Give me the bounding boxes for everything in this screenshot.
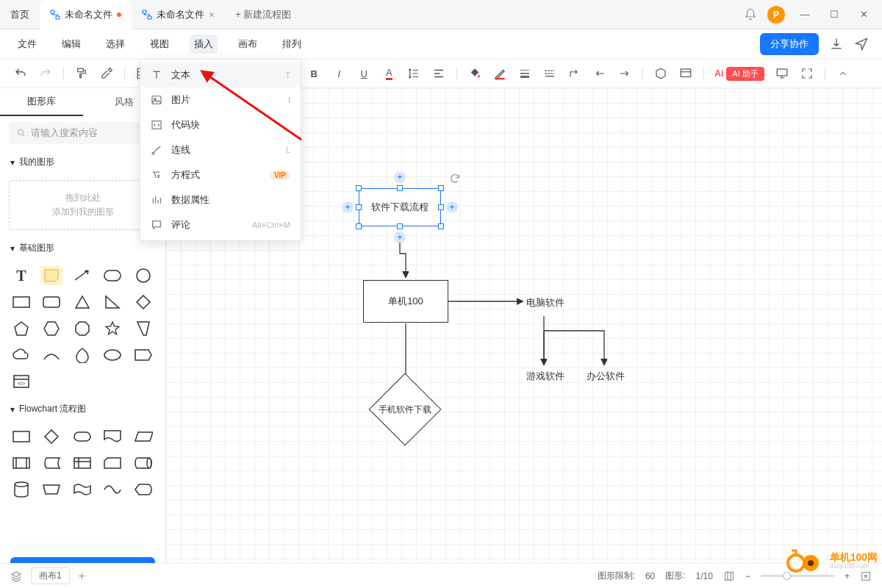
shape-diamond[interactable] [132, 293, 154, 312]
stroke-color-icon[interactable] [492, 66, 507, 81]
shape-fc-tape[interactable] [71, 480, 93, 499]
shape-fc-document[interactable] [101, 427, 123, 446]
zoom-slider[interactable] [761, 575, 834, 577]
shape-text[interactable]: T [10, 266, 32, 285]
text-color-icon[interactable]: A [381, 66, 396, 81]
layers-icon[interactable] [10, 570, 22, 582]
node-pc-label[interactable]: 电脑软件 [526, 296, 564, 309]
tab-new[interactable]: + 新建流程图 [225, 0, 301, 29]
shape-octagon[interactable] [71, 319, 93, 338]
menu-insert[interactable]: 插入 [190, 35, 218, 54]
add-handle-bottom[interactable]: + [394, 232, 406, 243]
sidebar-tab-shapes[interactable]: 图形库 [0, 88, 83, 116]
shape-cloud[interactable] [10, 345, 32, 365]
shape-fc-card[interactable] [101, 453, 123, 473]
add-handle-left[interactable]: + [342, 201, 354, 213]
shape-fc-decision[interactable] [40, 427, 62, 446]
shape-arrow[interactable] [71, 266, 93, 285]
shape-fc-stored[interactable] [40, 453, 62, 473]
add-handle-right[interactable]: + [446, 201, 458, 213]
dropdown-item-equation[interactable]: 方程式VIP [140, 162, 301, 187]
maximize-button[interactable]: ☐ [825, 9, 844, 20]
close-window-button[interactable]: ✕ [854, 9, 873, 20]
shape-html[interactable]: </> [10, 372, 32, 391]
tab-file-2[interactable]: 未命名文件 × [132, 0, 225, 29]
avatar[interactable]: P [767, 6, 785, 24]
menu-canvas[interactable]: 画布 [234, 35, 262, 54]
send-icon[interactable] [854, 37, 869, 51]
rotate-handle-icon[interactable] [449, 173, 461, 184]
node-office-label[interactable]: 办公软件 [587, 370, 625, 383]
section-basic-shapes[interactable]: ▾基础图形 [10, 242, 155, 254]
menu-edit[interactable]: 编辑 [57, 35, 85, 54]
dropdown-item-comment[interactable]: 评论Alt+Ctrl+M [140, 212, 301, 237]
undo-icon[interactable] [13, 66, 28, 81]
share-button[interactable]: 分享协作 [760, 33, 819, 55]
zoom-out-button[interactable]: − [745, 571, 750, 581]
shape-arc[interactable] [40, 345, 62, 365]
shape-fc-predef[interactable] [10, 453, 32, 473]
shape-roundrect2[interactable] [40, 293, 62, 312]
theme-icon[interactable] [653, 66, 668, 81]
drop-zone[interactable]: 拖到此处 添加到我的图形 [9, 180, 157, 230]
shape-circle[interactable] [132, 266, 154, 285]
shape-display[interactable] [132, 345, 154, 365]
shape-pentagon[interactable] [10, 319, 32, 338]
node-title[interactable]: 软件下载流程 + + + + [359, 188, 441, 226]
shape-fc-manual[interactable] [40, 480, 62, 499]
tab-file-1[interactable]: 未命名文件 [40, 0, 132, 29]
shape-roundrect[interactable] [101, 266, 123, 285]
minimap-icon[interactable] [723, 570, 735, 582]
shape-shield[interactable] [132, 319, 154, 338]
ai-assistant-button[interactable]: Ai AI 助手 [714, 67, 764, 81]
line-height-icon[interactable] [406, 66, 421, 81]
italic-icon[interactable]: I [331, 66, 346, 81]
tab-home[interactable]: 首页 [0, 0, 40, 29]
node-game-label[interactable]: 游戏软件 [526, 370, 564, 383]
shape-triangle[interactable] [71, 293, 93, 312]
search-input[interactable]: 请输入搜索内容 [9, 122, 157, 144]
fill-color-icon[interactable] [467, 66, 482, 81]
arrow-start-icon[interactable] [592, 66, 607, 81]
bell-icon[interactable] [744, 8, 757, 21]
dropdown-item-line[interactable]: 连线L [140, 137, 301, 162]
line-width-icon[interactable] [517, 66, 532, 81]
dropdown-item-code[interactable]: 代码块 [140, 112, 301, 137]
shape-fc-display[interactable] [132, 480, 154, 499]
connector-icon[interactable] [567, 66, 582, 81]
menu-file[interactable]: 文件 [13, 35, 41, 54]
fullscreen-icon[interactable] [800, 66, 814, 81]
node-danji[interactable]: 单机100 [363, 280, 448, 323]
redo-icon[interactable] [38, 66, 53, 81]
menu-arrange[interactable]: 排列 [278, 35, 306, 54]
shape-star[interactable] [101, 319, 123, 338]
shape-fc-wave[interactable] [101, 480, 123, 499]
chevron-up-icon[interactable] [836, 66, 850, 81]
shape-hexagon[interactable] [40, 319, 62, 338]
page-selector[interactable]: 画布1 [31, 567, 70, 584]
menu-select[interactable]: 选择 [101, 35, 129, 54]
template-icon[interactable] [678, 66, 693, 81]
shape-fc-process[interactable] [10, 427, 32, 446]
dropdown-item-data-attr[interactable]: 数据属性 [140, 187, 301, 212]
shape-drop[interactable] [71, 345, 93, 365]
shape-fc-directdata[interactable] [132, 453, 154, 473]
section-my-shapes[interactable]: ▾我的图形 [10, 156, 155, 168]
menu-view[interactable]: 视图 [146, 35, 173, 54]
shape-fc-database[interactable] [10, 480, 32, 499]
underline-icon[interactable]: U [356, 66, 371, 81]
dropdown-item-image[interactable]: 图片I [140, 87, 301, 112]
align-icon[interactable] [431, 66, 446, 81]
eyedropper-icon[interactable] [99, 66, 114, 81]
presentation-icon[interactable] [775, 66, 789, 81]
add-handle-top[interactable]: + [394, 171, 406, 183]
shape-rect[interactable] [10, 293, 32, 312]
download-icon[interactable] [829, 37, 844, 51]
add-page-button[interactable]: + [79, 570, 85, 583]
section-flowchart[interactable]: ▾Flowchart 流程图 [10, 403, 155, 415]
close-icon[interactable]: × [209, 9, 215, 21]
arrow-end-icon[interactable] [617, 66, 632, 81]
dropdown-item-text[interactable]: 文本T [140, 62, 301, 87]
shape-ellipse[interactable] [101, 345, 123, 365]
shape-fc-internal[interactable] [71, 453, 93, 473]
